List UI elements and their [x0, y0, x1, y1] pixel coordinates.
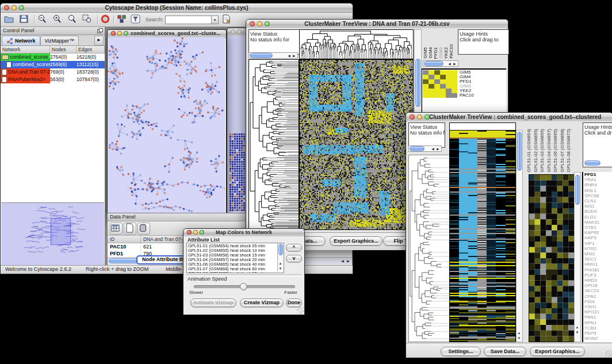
- delete-attribute-icon[interactable]: [137, 223, 150, 235]
- done-button[interactable]: Done: [286, 298, 302, 307]
- close-icon[interactable]: [187, 230, 192, 235]
- secondary-heatmap[interactable]: [529, 174, 575, 342]
- scroll-right-icon[interactable]: ▶: [292, 53, 297, 59]
- float-panel-icon[interactable]: [97, 28, 103, 36]
- network-row[interactable]: combined_scores_good.txt2764(0)16218(0): [1, 53, 105, 61]
- vscroll-thumb[interactable]: [415, 59, 420, 107]
- resize-grip[interactable]: [297, 307, 304, 314]
- scroll-up-icon[interactable]: ▲: [278, 261, 283, 266]
- col-id[interactable]: ID: [108, 236, 141, 243]
- save-session-icon[interactable]: [19, 14, 30, 25]
- network-row[interactable]: DNA and Tran 07-21-06b.csv769(0)183728(0…: [1, 68, 105, 76]
- hscroll-thumb[interactable]: [250, 53, 273, 58]
- treeview1-titlebar[interactable]: ClusterMaker TreeView : DNA and Tran 07-…: [246, 20, 508, 29]
- column-dendrogram[interactable]: [299, 29, 414, 59]
- close-icon[interactable]: [250, 21, 255, 26]
- attribute-table-icon[interactable]: [110, 223, 123, 235]
- vizmapper-icon[interactable]: [117, 14, 128, 25]
- dialog-titlebar[interactable]: Map Colors to Network: [183, 229, 304, 237]
- vscroll-thumb[interactable]: [517, 132, 522, 171]
- zoom-window-icon[interactable]: [200, 230, 204, 235]
- scroll-down-icon[interactable]: ▼: [278, 266, 283, 271]
- gene-label: PUF3: [584, 273, 612, 278]
- zoom-window-icon[interactable]: [19, 5, 24, 10]
- open-session-icon[interactable]: [4, 14, 16, 25]
- hscroll-thumb[interactable]: [584, 160, 600, 166]
- minimize-icon[interactable]: [417, 114, 422, 120]
- toolbar-separator: [34, 15, 35, 24]
- minimize-icon[interactable]: [117, 31, 122, 36]
- save-data-button[interactable]: Save Data...: [484, 347, 526, 356]
- scroll-up-icon[interactable]: ▲: [517, 331, 522, 336]
- scroll-down-icon[interactable]: ▼: [517, 336, 522, 341]
- vscroll-thumb[interactable]: [575, 175, 580, 205]
- export-graphics-button[interactable]: Export Graphics...: [330, 236, 382, 246]
- move-down-button[interactable]: v: [286, 255, 302, 262]
- network-row[interactable]: combined_scores_good.txt--clustered2569(…: [1, 61, 105, 68]
- minimize-icon[interactable]: [257, 21, 262, 26]
- scroll-left-icon[interactable]: ◀: [340, 259, 345, 264]
- edge-count: 183728(0): [76, 68, 105, 76]
- gene-label: MAK31: [584, 220, 612, 225]
- zoom-window-icon[interactable]: [265, 21, 270, 26]
- zoom-out-icon[interactable]: [37, 14, 49, 25]
- network-overview-canvas[interactable]: [1, 203, 104, 264]
- treeview2-titlebar[interactable]: ClusterMaker TreeView : combined_scores_…: [406, 113, 612, 122]
- main-titlebar[interactable]: Cytoscape Desktop (Session Name: collins…: [1, 3, 353, 13]
- zoom-window-icon[interactable]: [124, 31, 128, 36]
- create-vizmap-button[interactable]: Create Vizmap: [240, 298, 284, 307]
- close-icon[interactable]: [410, 114, 415, 120]
- zoom-window-icon[interactable]: [424, 114, 430, 120]
- network-table-header: Network Nodes Edges: [1, 46, 105, 53]
- scroll-left-icon[interactable]: ◀: [447, 62, 452, 67]
- export-graphics-button[interactable]: Export Graphics...: [530, 347, 585, 356]
- column-label: GIM4: [428, 47, 433, 59]
- help-lifebuoy-icon[interactable]: [101, 14, 112, 25]
- resize-grip[interactable]: [605, 350, 612, 357]
- network-frame1-titlebar[interactable]: combined_scores_good.txt--cluste...: [108, 30, 226, 38]
- close-icon[interactable]: [111, 31, 116, 36]
- annotation-icon[interactable]: [221, 14, 233, 25]
- scroll-left-icon[interactable]: ◀: [286, 53, 292, 59]
- new-attribute-icon[interactable]: [124, 223, 136, 235]
- attribute-item[interactable]: GPL51-08 (GSM872) heat shock 80 min: [188, 271, 282, 273]
- slider-thumb[interactable]: [240, 283, 247, 290]
- scroll-up-icon[interactable]: ▲: [575, 325, 580, 330]
- scroll-right-icon[interactable]: ▶: [435, 147, 441, 152]
- network-row[interactable]: RNAPuberNov2+563(0)107847(0): [1, 76, 105, 83]
- row-dendrogram[interactable]: [248, 59, 299, 230]
- move-up-button[interactable]: ^: [286, 244, 302, 251]
- hscroll-thumb[interactable]: [410, 146, 424, 151]
- filter-icon[interactable]: [131, 14, 142, 25]
- heatmap-canvas[interactable]: [299, 59, 414, 230]
- col-edges[interactable]: Edges: [76, 46, 105, 53]
- vscroll-thumb[interactable]: [278, 244, 283, 255]
- zoom-fit-icon[interactable]: [67, 14, 79, 25]
- heatmap-canvas[interactable]: [449, 130, 516, 342]
- tab-overflow-icon[interactable]: ►: [94, 36, 104, 45]
- mini-heatmap[interactable]: [423, 70, 457, 98]
- treeview2-buttonbar: Settings...Save Data...Export Graphics..…: [406, 343, 612, 358]
- row-dendrogram[interactable]: [408, 155, 450, 342]
- search-input[interactable]: [165, 16, 213, 24]
- settings-button[interactable]: Settings...: [441, 347, 481, 356]
- tab-vizmapper[interactable]: VizMapper™: [40, 36, 79, 45]
- minimize-icon[interactable]: [193, 230, 198, 235]
- close-icon[interactable]: [4, 5, 9, 10]
- dialog-title: Map Colors to Network: [216, 229, 272, 235]
- zoom-selected-icon[interactable]: [82, 14, 94, 25]
- scroll-down-icon[interactable]: ▼: [575, 330, 580, 335]
- search-dropdown-icon[interactable]: ▼: [211, 16, 219, 24]
- scroll-right-icon[interactable]: ▶: [346, 259, 351, 264]
- hscroll-thumb[interactable]: [424, 61, 443, 66]
- scroll-right-icon[interactable]: ▶: [452, 62, 457, 67]
- col-network[interactable]: Network: [1, 46, 50, 53]
- network-canvas-1[interactable]: [108, 37, 225, 216]
- col-nodes[interactable]: Nodes: [50, 46, 76, 53]
- zoom-in-icon[interactable]: [52, 14, 64, 25]
- close-icon[interactable]: [231, 29, 235, 34]
- tab-network[interactable]: Network: [2, 36, 40, 45]
- minimize-icon[interactable]: [237, 29, 242, 34]
- scroll-left-icon[interactable]: ◀: [430, 147, 435, 152]
- minimize-icon[interactable]: [12, 5, 17, 10]
